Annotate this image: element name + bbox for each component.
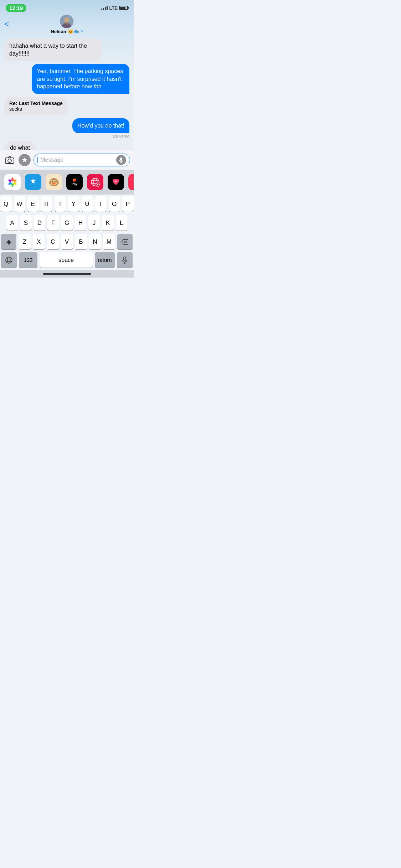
lte-label: LTE: [109, 5, 118, 11]
keyboard-row-3: Z X C V B N M: [0, 232, 134, 251]
key-w[interactable]: W: [14, 196, 25, 212]
key-e[interactable]: E: [27, 196, 39, 212]
contact-name-row: Nelson 🐱🐟 >: [51, 29, 83, 34]
mic-button-input[interactable]: [116, 155, 126, 165]
key-g[interactable]: G: [61, 215, 72, 231]
key-m[interactable]: M: [103, 234, 115, 249]
reply-header: Re: Last Text Message: [9, 100, 63, 106]
key-j[interactable]: J: [88, 215, 100, 231]
status-time: 12:19: [6, 4, 26, 12]
keyboard-row-1: Q W E R T Y U I O P: [0, 195, 134, 213]
message-row: hahaha what a way to start the day!!!!!!…: [4, 38, 129, 61]
message-header: < Nelson 🐱🐟 >: [0, 16, 134, 36]
battery-icon: [119, 6, 128, 10]
message-placeholder[interactable]: Message: [40, 157, 114, 163]
key-t[interactable]: T: [55, 196, 66, 212]
message-row: How'd you do that! Delivered: [4, 118, 129, 138]
key-k[interactable]: K: [102, 215, 113, 231]
space-key[interactable]: space: [40, 252, 93, 268]
svg-point-1: [64, 17, 69, 22]
key-u[interactable]: U: [82, 196, 93, 212]
key-x[interactable]: X: [33, 234, 45, 249]
svg-point-17: [11, 181, 14, 184]
delivered-status: Delivered: [113, 134, 129, 138]
key-z[interactable]: Z: [19, 234, 30, 249]
tray-applepay-app[interactable]: 🍎Pay: [66, 174, 83, 190]
message-row: Re: Last Text Message sucks: [4, 97, 129, 115]
cursor: [37, 157, 38, 163]
key-r[interactable]: R: [41, 196, 52, 212]
svg-point-3: [65, 22, 67, 24]
backspace-key[interactable]: [117, 234, 133, 249]
tray-appstore-app[interactable]: [25, 174, 41, 190]
key-i[interactable]: I: [95, 196, 107, 212]
svg-point-4: [67, 23, 69, 25]
message-bubble: hahaha what a way to start the day!!!!!!…: [4, 38, 102, 61]
message-bubble: do what: [4, 141, 36, 150]
svg-rect-31: [124, 257, 126, 261]
tray-search-app[interactable]: [87, 174, 103, 190]
home-indicator: [0, 270, 134, 278]
num-key[interactable]: 123: [19, 252, 37, 268]
app-tray: 🐵 🍎Pay: [0, 170, 134, 195]
keyboard-row-2: A S D F G H J K L: [0, 213, 134, 232]
contact-info[interactable]: Nelson 🐱🐟 >: [51, 15, 83, 34]
tray-music-app[interactable]: [128, 174, 134, 190]
camera-button[interactable]: [4, 154, 16, 166]
key-n[interactable]: N: [89, 234, 101, 249]
key-b[interactable]: B: [75, 234, 87, 249]
status-bar: 12:19 LTE: [0, 0, 134, 16]
message-bubble: Yea, bummer. The parking spaces are so t…: [32, 64, 129, 94]
shift-key[interactable]: [1, 234, 16, 249]
message-input-wrapper[interactable]: Message: [34, 154, 130, 166]
key-d[interactable]: D: [34, 215, 45, 231]
chevron-right-icon: >: [81, 29, 83, 34]
key-p[interactable]: P: [122, 196, 134, 212]
tray-heart-app[interactable]: [108, 174, 124, 190]
status-right: LTE: [101, 5, 128, 11]
home-bar: [43, 273, 91, 275]
tray-monkey-app[interactable]: 🐵: [46, 174, 62, 190]
reply-bubble: Re: Last Text Message sucks: [4, 97, 68, 115]
key-h[interactable]: H: [75, 215, 86, 231]
keyboard-bottom-row: 123 space return: [0, 251, 134, 270]
return-key[interactable]: return: [95, 252, 115, 268]
svg-rect-7: [120, 157, 122, 161]
svg-point-28: [7, 257, 10, 263]
key-q[interactable]: Q: [0, 196, 12, 212]
appstore-button[interactable]: [19, 154, 31, 166]
key-o[interactable]: O: [109, 196, 120, 212]
messages-area: hahaha what a way to start the day!!!!!!…: [0, 36, 134, 150]
key-a[interactable]: A: [6, 215, 18, 231]
message-row: Yea, bummer. The parking spaces are so t…: [4, 64, 129, 94]
key-s[interactable]: S: [20, 215, 31, 231]
tray-photos-app[interactable]: [4, 174, 21, 190]
svg-point-27: [6, 257, 12, 263]
message-bubble: How'd you do that!: [72, 118, 129, 133]
input-bar: Message: [0, 150, 134, 170]
key-l[interactable]: L: [116, 215, 127, 231]
signal-bars-icon: [101, 6, 108, 10]
key-y[interactable]: Y: [68, 196, 79, 212]
svg-point-6: [8, 159, 11, 162]
contact-emojis: 🐱🐟: [68, 29, 79, 34]
message-row: do what: [4, 141, 129, 150]
avatar: [60, 15, 73, 28]
key-f[interactable]: F: [47, 215, 59, 231]
key-v[interactable]: V: [61, 234, 73, 249]
key-c[interactable]: C: [47, 234, 58, 249]
back-button[interactable]: <: [4, 20, 9, 29]
mic-button-keyboard[interactable]: [117, 252, 133, 268]
contact-name: Nelson: [51, 29, 66, 34]
globe-button[interactable]: [1, 252, 17, 268]
reply-body: sucks: [9, 106, 63, 112]
